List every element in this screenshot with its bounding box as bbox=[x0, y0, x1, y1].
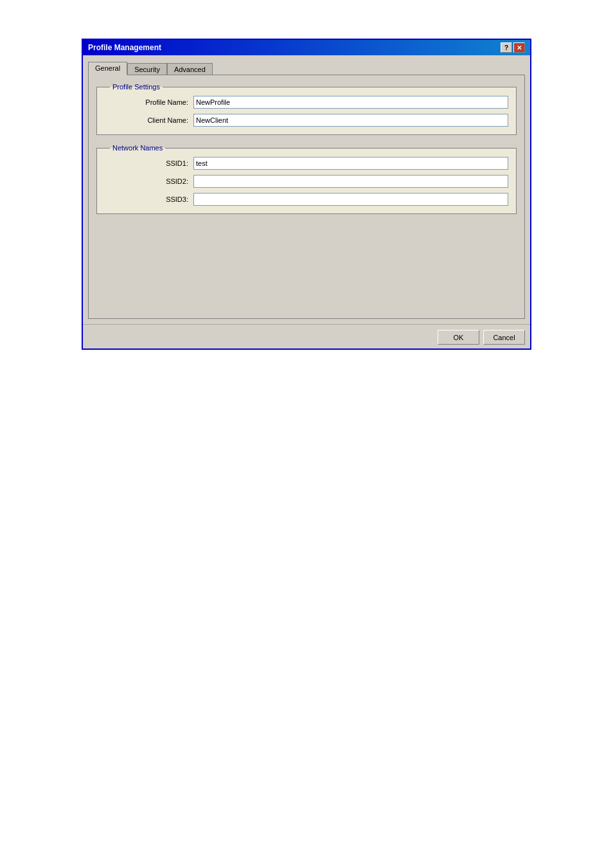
ssid1-input[interactable] bbox=[193, 157, 508, 170]
ok-button[interactable]: OK bbox=[438, 330, 479, 345]
tabs-row: General Security Advanced bbox=[88, 60, 525, 75]
client-name-label: Client Name: bbox=[105, 116, 188, 124]
profile-settings-legend: Profile Settings bbox=[110, 83, 163, 91]
ssid2-label: SSID2: bbox=[105, 177, 188, 185]
tab-advanced[interactable]: Advanced bbox=[167, 63, 213, 75]
dialog-title: Profile Management bbox=[88, 43, 161, 52]
ssid3-input[interactable] bbox=[193, 193, 508, 206]
help-button[interactable]: ? bbox=[501, 42, 512, 53]
dialog-wrapper: Profile Management ? ✕ General Security … bbox=[82, 39, 531, 350]
cancel-button[interactable]: Cancel bbox=[483, 330, 525, 345]
ssid1-label: SSID1: bbox=[105, 159, 188, 167]
ssid3-label: SSID3: bbox=[105, 195, 188, 203]
title-bar-buttons: ? ✕ bbox=[501, 42, 525, 53]
profile-name-input[interactable] bbox=[193, 96, 508, 109]
profile-settings-fieldset: Profile Settings Profile Name: Client Na… bbox=[96, 83, 517, 135]
ssid1-row: SSID1: bbox=[105, 157, 508, 170]
network-names-legend: Network Names bbox=[110, 144, 165, 152]
dialog-content: General Security Advanced Profile Settin… bbox=[83, 55, 530, 324]
profile-name-row: Profile Name: bbox=[105, 96, 508, 109]
network-names-fieldset: Network Names SSID1: SSID2: SSID3: bbox=[96, 144, 517, 214]
profile-name-label: Profile Name: bbox=[105, 98, 188, 106]
close-button[interactable]: ✕ bbox=[513, 42, 525, 53]
title-bar: Profile Management ? ✕ bbox=[83, 40, 530, 55]
tab-security[interactable]: Security bbox=[127, 63, 167, 75]
ssid2-row: SSID2: bbox=[105, 175, 508, 188]
tab-panel-general: Profile Settings Profile Name: Client Na… bbox=[88, 75, 525, 319]
button-row: OK Cancel bbox=[83, 324, 530, 348]
client-name-row: Client Name: bbox=[105, 114, 508, 127]
client-name-input[interactable] bbox=[193, 114, 508, 127]
ssid2-input[interactable] bbox=[193, 175, 508, 188]
ssid3-row: SSID3: bbox=[105, 193, 508, 206]
profile-management-dialog: Profile Management ? ✕ General Security … bbox=[82, 39, 531, 350]
tab-general[interactable]: General bbox=[88, 62, 127, 75]
